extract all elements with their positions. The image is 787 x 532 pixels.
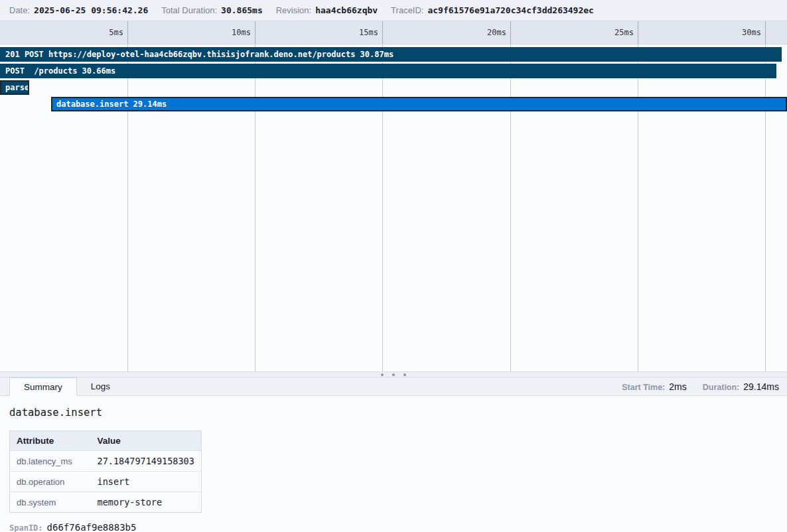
info-value: 30.865ms xyxy=(221,5,263,15)
span-bar-parse[interactable]: parse. xyxy=(0,80,29,95)
summary-panel: database.insert Attribute Value db.laten… xyxy=(0,396,787,532)
timeline-gridline-header xyxy=(255,21,255,44)
span-meta: Start Time:2msDuration:29.14ms xyxy=(622,377,787,395)
table-row: db.latency_ms27.184797149158303 xyxy=(10,451,202,472)
meta-label: Start Time: xyxy=(622,383,665,392)
span-bar-post-products[interactable]: POST /products 30.66ms xyxy=(0,64,776,78)
attribute-value-cell: memory-store xyxy=(91,492,202,513)
resize-dot xyxy=(403,373,406,376)
attribute-table: Attribute Value db.latency_ms27.18479714… xyxy=(9,431,202,513)
timeline-tick-label: 10ms xyxy=(204,28,251,37)
info-label: TraceID: xyxy=(391,5,423,15)
panel-resize-handle[interactable] xyxy=(0,371,787,377)
timeline-gridline-header xyxy=(638,21,638,44)
timeline-tick-label: 20ms xyxy=(460,28,506,37)
timeline-tick-label: 15ms xyxy=(332,28,378,37)
attribute-value-cell: insert xyxy=(91,472,202,492)
info-label: Revision: xyxy=(276,5,311,15)
info-item: Date:2025-06-25 09:56:42.26 xyxy=(9,5,148,15)
meta-label: Duration: xyxy=(703,383,740,392)
info-label: Date: xyxy=(9,5,30,15)
timeline-tick-label: 25ms xyxy=(587,28,634,37)
timeline-tick-label: 30ms xyxy=(715,28,761,37)
info-value: haa4cb66zqbv xyxy=(315,5,378,15)
meta-item: Start Time:2ms xyxy=(622,381,687,392)
info-item: TraceID:ac9f61576e91a720c34cf3dd263492ec xyxy=(391,5,594,15)
info-item: Revision:haa4cb66zqbv xyxy=(276,5,378,15)
timeline-gridline-header xyxy=(127,21,128,44)
value-column-header: Value xyxy=(91,431,202,451)
spanid-line: SpanID: d66f76af9e8883b5 xyxy=(9,522,778,532)
meta-value: 2ms xyxy=(669,381,686,392)
spanid-value: d66f76af9e8883b5 xyxy=(47,522,137,532)
timeline-gridline-header xyxy=(765,21,766,44)
attribute-name-cell: db.operation xyxy=(10,472,91,492)
timeline-gridline-header xyxy=(510,21,511,44)
attribute-column-header: Attribute xyxy=(10,431,91,451)
timeline-gridline-header xyxy=(382,21,383,44)
info-value: ac9f61576e91a720c34cf3dd263492ec xyxy=(427,5,593,15)
span-bar-http-root[interactable]: 201 POST https://deploy-otel-haa4cb66zqb… xyxy=(0,47,782,62)
trace-info-bar: Date:2025-06-25 09:56:42.26Total Duratio… xyxy=(0,0,787,21)
resize-dot xyxy=(381,373,384,376)
resize-dot xyxy=(392,373,395,376)
detail-tab-bar: SummaryLogsStart Time:2msDuration:29.14m… xyxy=(0,377,787,396)
attribute-value-cell: 27.184797149158303 xyxy=(91,451,202,472)
info-item: Total Duration:30.865ms xyxy=(161,5,262,15)
attribute-name-cell: db.system xyxy=(10,492,91,513)
attribute-name-cell: db.latency_ms xyxy=(10,451,91,472)
table-row: db.systemmemory-store xyxy=(10,492,202,513)
info-value: 2025-06-25 09:56:42.26 xyxy=(34,5,148,15)
info-label: Total Duration: xyxy=(161,5,217,15)
span-bar-database-insert[interactable]: database.insert 29.14ms xyxy=(51,97,787,111)
table-row: db.operationinsert xyxy=(10,472,202,492)
tab-logs[interactable]: Logs xyxy=(77,377,124,395)
trace-waterfall: 5ms10ms15ms20ms25ms30ms201 POST https://… xyxy=(0,21,787,371)
tab-summary[interactable]: Summary xyxy=(9,377,77,396)
timeline-tick-label: 5ms xyxy=(77,28,123,37)
meta-value: 29.14ms xyxy=(743,381,779,392)
meta-item: Duration:29.14ms xyxy=(703,381,779,392)
span-title: database.insert xyxy=(9,407,778,419)
spanid-label: SpanID: xyxy=(9,523,43,532)
